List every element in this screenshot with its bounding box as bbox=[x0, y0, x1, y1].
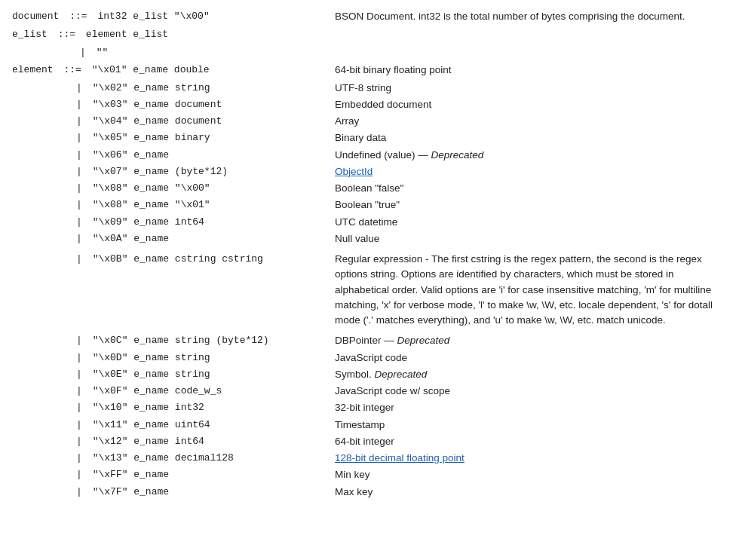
pipe-x07: | bbox=[76, 166, 82, 177]
grammar-document-sym: ::= bbox=[69, 11, 87, 22]
element-row-x10: | "\x10" e_name int32 32-bit integer bbox=[12, 399, 727, 416]
element-row-x08-false: | "\x08" e_name "\x00" Boolean "false" bbox=[12, 180, 727, 197]
grammar-row-elist: e_list ::= element e_list bbox=[12, 26, 727, 44]
desc-x0B: Regular expression - The first cstring i… bbox=[329, 247, 727, 332]
rhs-x7F: "\x7F" e_name bbox=[93, 486, 169, 497]
desc-x0C: DBPointer — Deprecated bbox=[329, 332, 727, 349]
desc-x08b: Boolean "true" bbox=[329, 197, 727, 213]
rhs-x0E: "\x0E" e_name string bbox=[93, 369, 210, 380]
desc-element-first: 64-bit binary floating point bbox=[329, 61, 727, 79]
pipe-x0F: | bbox=[76, 385, 82, 396]
rhs-x09: "\x09" e_name int64 bbox=[93, 216, 204, 228]
element-row-x0A: | "\x0A" e_name Null value bbox=[12, 231, 727, 247]
pipe-x08b: | bbox=[76, 199, 82, 210]
desc-xFF: Min key bbox=[329, 467, 727, 483]
rhs-x11: "\x11" e_name uint64 bbox=[93, 419, 210, 430]
pipe-x12: | bbox=[76, 436, 82, 447]
desc-x11: Timestamp bbox=[329, 417, 727, 433]
desc-x02: UTF-8 string bbox=[329, 80, 727, 96]
desc-x0F: JavaScript code w/ scope bbox=[329, 383, 727, 399]
pipe-x0E: | bbox=[76, 369, 82, 380]
pipe-x02: | bbox=[76, 82, 82, 93]
desc-x04: Array bbox=[329, 113, 727, 130]
rhs-x06: "\x06" e_name bbox=[93, 149, 169, 161]
deprecated-x06: Deprecated bbox=[431, 149, 484, 161]
grammar-elist-rhs2: "" bbox=[97, 47, 109, 58]
grammar-elist-rhs1: element e_list bbox=[86, 29, 168, 40]
desc-x06: Undefined (value) — Deprecated bbox=[329, 147, 727, 164]
grammar-row-elist-empty: | "" bbox=[12, 44, 727, 62]
rhs-x0F: "\x0F" e_name code_w_s bbox=[93, 385, 222, 396]
rhs-x04: "\x04" e_name document bbox=[93, 115, 222, 127]
pipe-x09: | bbox=[76, 216, 82, 228]
element-row-x02: | "\x02" e_name string UTF-8 string bbox=[12, 80, 727, 96]
rhs-x0C: "\x0C" e_name string (byte*12) bbox=[93, 335, 269, 346]
element-row-x07: | "\x07" e_name (byte*12) ObjectId bbox=[12, 164, 727, 180]
pipe-x0D: | bbox=[76, 352, 82, 363]
deprecated-x0E: Deprecated bbox=[375, 369, 428, 380]
pipe-x08a: | bbox=[76, 182, 82, 194]
pipe-xFF: | bbox=[76, 469, 82, 480]
grammar-document-rhs: int32 e_list "\x00" bbox=[97, 11, 209, 22]
element-row-x12: | "\x12" e_name int64 64-bit integer bbox=[12, 433, 727, 450]
desc-x0D: JavaScript code bbox=[329, 350, 727, 366]
pipe-x05: | bbox=[76, 132, 82, 143]
element-row-x0B: | "\x0B" e_name cstring cstring Regular … bbox=[12, 247, 727, 332]
element-row-x0D: | "\x0D" e_name string JavaScript code bbox=[12, 350, 727, 366]
desc-x10: 32-bit integer bbox=[329, 399, 727, 416]
rhs-x03: "\x03" e_name document bbox=[93, 99, 222, 110]
elist-pipe: | bbox=[80, 47, 86, 58]
decimal128-link[interactable]: 128-bit decimal floating point bbox=[335, 452, 465, 464]
desc-elist-empty bbox=[329, 26, 727, 44]
desc-x08a: Boolean "false" bbox=[329, 180, 727, 197]
desc-x07: ObjectId bbox=[329, 164, 727, 180]
pipe-x03: | bbox=[76, 99, 82, 110]
rhs-x0B: "\x0B" e_name cstring cstring bbox=[93, 253, 263, 265]
rhs-x07: "\x07" e_name (byte*12) bbox=[93, 166, 228, 177]
element-row-x0F: | "\x0F" e_name code_w_s JavaScript code… bbox=[12, 383, 727, 399]
rhs-x08a: "\x08" e_name "\x00" bbox=[93, 182, 210, 194]
rhs-x08b: "\x08" e_name "\x01" bbox=[93, 199, 210, 210]
element-row-xFF: | "\xFF" e_name Min key bbox=[12, 467, 727, 483]
grammar-elist-sym: ::= bbox=[58, 29, 75, 40]
element-row-x03: | "\x03" e_name document Embedded docume… bbox=[12, 96, 727, 113]
pipe-x10: | bbox=[76, 402, 82, 413]
grammar-elist-lhs: e_list bbox=[12, 29, 48, 40]
pipe-x0C: | bbox=[76, 335, 82, 346]
desc-x09: UTC datetime bbox=[329, 214, 727, 231]
grammar-row-element-header: element ::= "\x01" e_name double 64-bit … bbox=[12, 61, 727, 79]
grammar-document-lhs: document bbox=[12, 11, 59, 22]
element-row-x11: | "\x11" e_name uint64 Timestamp bbox=[12, 417, 727, 433]
element-row-x7F: | "\x7F" e_name Max key bbox=[12, 484, 727, 500]
desc-x13: 128-bit decimal floating point bbox=[329, 450, 727, 467]
element-row-x05: | "\x05" e_name binary Binary data bbox=[12, 130, 727, 146]
objectid-link[interactable]: ObjectId bbox=[335, 166, 373, 177]
element-row-x0E: | "\x0E" e_name string Symbol. Deprecate… bbox=[12, 366, 727, 383]
element-row-x0C: | "\x0C" e_name string (byte*12) DBPoint… bbox=[12, 332, 727, 349]
grammar-row-document: document ::= int32 e_list "\x00" BSON Do… bbox=[12, 8, 727, 26]
pipe-x0B: | bbox=[76, 253, 82, 265]
pipe-x13: | bbox=[76, 452, 82, 464]
element-row-x09: | "\x09" e_name int64 UTC datetime bbox=[12, 214, 727, 231]
rhs-x0A: "\x0A" e_name bbox=[93, 233, 169, 244]
pipe-x04: | bbox=[76, 115, 82, 127]
desc-x0E: Symbol. Deprecated bbox=[329, 366, 727, 383]
rhs-x12: "\x12" e_name int64 bbox=[93, 436, 204, 447]
pipe-x0A: | bbox=[76, 233, 82, 244]
pipe-x11: | bbox=[76, 419, 82, 430]
rhs-x13: "\x13" e_name decimal128 bbox=[93, 452, 234, 464]
desc-x03: Embedded document bbox=[329, 96, 727, 113]
grammar-element-sym: ::= bbox=[63, 64, 81, 75]
desc-document: BSON Document. int32 is the total number… bbox=[329, 8, 727, 26]
rhs-x02: "\x02" e_name string bbox=[93, 82, 210, 93]
element-row-x13: | "\x13" e_name decimal128 128-bit decim… bbox=[12, 450, 727, 467]
desc-x12: 64-bit integer bbox=[329, 433, 727, 450]
pipe-x06: | bbox=[76, 149, 82, 161]
desc-x05: Binary data bbox=[329, 130, 727, 146]
grammar-element-lhs: element bbox=[12, 64, 54, 75]
element-row-x04: | "\x04" e_name document Array bbox=[12, 113, 727, 130]
pipe-x7F: | bbox=[76, 486, 82, 497]
deprecated-x0C: Deprecated bbox=[397, 335, 450, 346]
rhs-x0D: "\x0D" e_name string bbox=[93, 352, 210, 363]
element-row-x08-true: | "\x08" e_name "\x01" Boolean "true" bbox=[12, 197, 727, 213]
